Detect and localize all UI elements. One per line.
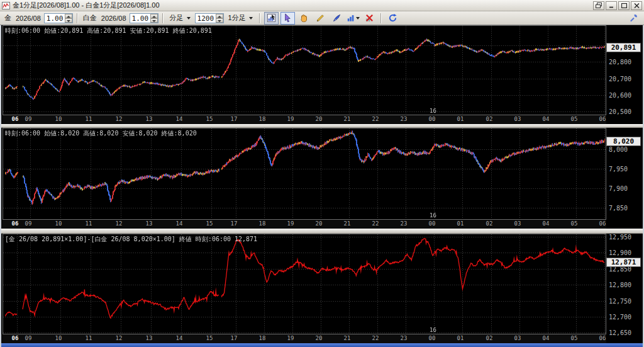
time-axis-label: 18 [255,335,269,341]
time-axis-label: 18 [255,220,269,227]
platinum-ratio-spinner[interactable] [150,14,158,23]
time-axis-label: 01 [453,220,467,227]
time-axis-label: 13 [142,220,156,227]
time-axis-label: 12 [112,220,126,227]
time-axis-label: 14 [172,335,186,341]
time-axis-label: 01 [453,116,467,122]
gold-ohlc-readout: 時刻:06:00 始値:20,891 高値:20,891 安値:20,891 終… [5,26,212,35]
select-cursor-icon [283,13,292,23]
pen-curve-icon [332,13,341,23]
float-window-button[interactable] [593,1,604,10]
time-axis-label: 19 [284,220,297,227]
y-axis-tick-label: 20,600 [609,92,631,99]
platinum-ratio-input[interactable]: 1.00 [130,13,158,23]
time-axis-label: 17 [227,220,241,227]
y-axis-tick-label: 12,750 [609,298,631,305]
time-axis-label: 04 [539,116,553,122]
time-axis-label: 09 [21,116,35,122]
chart-pointer-tool-button[interactable] [264,12,279,25]
window-bottom-edge [1,343,643,347]
time-axis-label: 06 [8,220,22,227]
time-axis-label: 22 [369,116,382,122]
y-axis-tick-label: 7,900 [609,185,628,192]
y-axis-tick-label: 12,900 [609,249,631,256]
hand-pan-tool-button[interactable] [297,12,311,25]
y-axis-tick-label: 7,850 [609,205,628,212]
time-axis-label: 17 [227,116,241,122]
bar-type-dropdown[interactable]: 分足 [167,13,193,23]
bar-count-value[interactable]: 1200 [196,14,216,23]
platinum-chart-canvas[interactable] [3,128,606,220]
panel-splitter[interactable] [1,229,643,234]
time-axis-label: 23 [397,335,411,341]
settings-button[interactable] [626,12,641,25]
window-title: 金1分足[2026/08]1.00 - 白金1分足[2026/08]1.00 [13,1,593,10]
platinum-ohlc-readout: 時刻:06:00 始値:8,020 高値:8,020 安値:8,020 終値:8… [5,129,197,138]
time-axis-label: 05 [567,220,581,227]
gold-symbol-label: 金 [3,13,13,23]
y-axis-tick-label: 7,950 [609,166,628,173]
time-axis-label: 03 [511,335,525,341]
time-axis-label: 21 [340,335,354,341]
indicator-bars-icon [347,13,355,23]
select-cursor-tool-button[interactable] [280,12,295,25]
maximize-button[interactable] [618,1,630,10]
time-axis-label: 23 [397,116,411,122]
time-axis-label: 06 [8,116,22,122]
refresh-icon [388,13,397,23]
y-axis-tick-label: 12,800 [609,282,631,288]
bar-type-label: 分足 [170,13,184,23]
bar-count-input[interactable]: 1200 [195,13,224,23]
spread-chart-canvas[interactable] [3,234,606,334]
titlebar: 金1分足[2026/08]1.00 - 白金1分足[2026/08]1.00 [0,0,644,11]
minimize-button[interactable] [606,1,617,10]
date-marker-label: 16 [430,327,436,333]
chevron-down-icon [356,17,360,20]
toolbar-separator [380,13,382,23]
time-axis-label: 05 [567,335,581,341]
indicator-tool-button[interactable] [346,12,360,25]
time-axis-label: 03 [511,220,525,227]
time-axis-label: 21 [340,116,354,122]
time-axis-label: 02 [482,220,496,227]
chart-app-icon [2,2,10,9]
bar-count-spinner[interactable] [216,14,223,23]
time-axis-label: 18 [255,116,269,122]
time-axis-label: 04 [539,220,553,227]
time-axis-label: 14 [172,116,186,122]
time-axis-label: 00 [425,220,439,227]
time-axis-label: 22 [369,335,382,341]
time-axis-label: 23 [397,220,411,227]
interval-dropdown[interactable]: 1分足 [226,13,255,23]
window-controls [593,1,642,10]
time-axis-label: 04 [539,335,553,341]
platinum-ratio-value[interactable]: 1.00 [130,14,150,23]
y-axis-tick-label: 12,950 [609,234,631,241]
close-button[interactable] [631,1,642,10]
y-axis-tick-label: 20,500 [609,108,631,115]
y-axis-tick-label: 8,000 [609,146,628,153]
gold-chart-canvas[interactable] [3,25,606,115]
gold-ratio-value[interactable]: 1.00 [45,14,65,23]
toolbar-separator [77,13,78,23]
time-axis-label: 19 [284,335,297,341]
time-axis-label: 22 [369,220,382,227]
time-axis-label: 06 [596,335,609,341]
time-axis-label: 17 [227,335,241,341]
gold-ratio-input[interactable]: 1.00 [44,13,73,23]
time-axis-label: 20 [312,116,326,122]
gold-contract-label: 2026/08 [14,14,42,22]
pencil-icon [316,13,325,23]
pencil-draw-tool-button[interactable] [313,12,328,25]
pen-curve-tool-button[interactable] [330,12,344,25]
y-axis-tick-label: 20,800 [609,59,631,65]
time-axis-label: 11 [82,116,96,122]
wrench-icon [629,13,638,23]
indicator-delete-tool-button[interactable] [362,12,377,25]
time-axis-label: 15 [203,220,216,227]
time-axis-label: 19 [284,116,297,122]
date-marker-label: 16 [430,212,436,219]
time-axis-label: 10 [52,116,65,122]
refresh-button[interactable] [386,12,400,25]
gold-ratio-spinner[interactable] [65,14,72,23]
